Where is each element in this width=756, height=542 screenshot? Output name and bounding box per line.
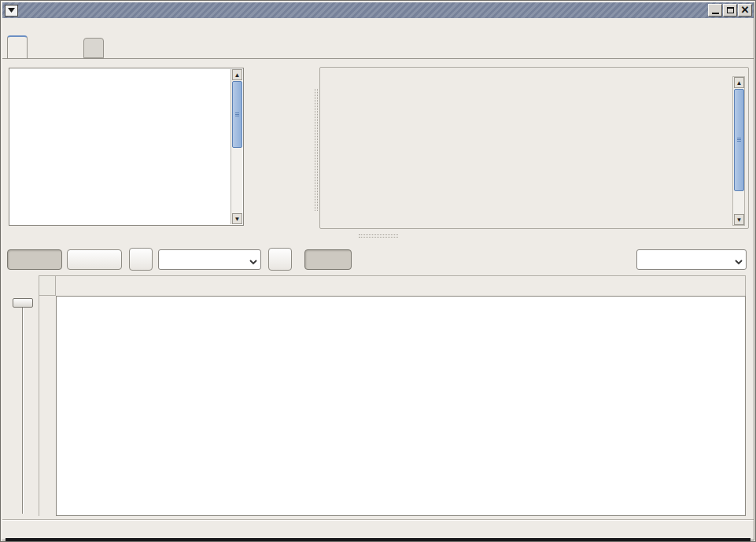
tab-flight-simulations[interactable] [83,38,104,58]
chevron-down-icon [249,256,257,267]
scroll-up-icon[interactable]: ▲ [734,77,744,88]
tab-rocket-design[interactable] [7,35,28,58]
tree-scrollbar[interactable]: ▲ ▼ [230,69,242,224]
maximize-button[interactable] [723,4,737,17]
motor-configuration-combo[interactable] [636,249,747,270]
scroll-down-icon[interactable]: ▼ [734,214,744,225]
title-bar: ✕ [2,2,754,18]
stage-1-toggle[interactable] [304,249,352,270]
vertical-splitter[interactable] [315,89,318,211]
scroll-down-icon[interactable]: ▼ [232,213,242,224]
back-view-button[interactable] [67,249,122,270]
openrocket-window: ✕ ▲ ▼ ▲ ▼ [0,0,756,542]
component-panel-scrollbar[interactable]: ▲ ▼ [732,76,745,226]
add-component-group [319,67,749,229]
horizontal-splitter[interactable] [359,234,398,238]
rotation-slider-track [22,308,24,514]
close-button[interactable]: ✕ [738,4,752,17]
menu-bar [2,18,754,35]
side-view-button[interactable] [7,249,62,270]
rotation-slider-handle[interactable] [13,298,33,308]
status-bar [2,519,754,538]
chevron-down-icon [735,256,743,267]
zoom-in-button[interactable] [268,248,292,271]
minimize-button[interactable] [708,4,722,17]
rotation-angle-label [10,278,37,293]
zoom-out-button[interactable] [129,248,153,271]
window-menu-icon[interactable] [5,5,18,17]
rocket-diagram [57,297,746,516]
vertical-ruler [39,296,56,516]
rocket-canvas[interactable] [56,296,746,516]
component-tree[interactable]: ▲ ▼ [9,68,244,226]
zoom-level-combo[interactable] [158,249,261,270]
tab-bar [2,35,754,59]
ruler-unit-label [39,275,56,296]
horizontal-ruler [56,275,746,296]
scroll-up-icon[interactable]: ▲ [232,69,242,80]
